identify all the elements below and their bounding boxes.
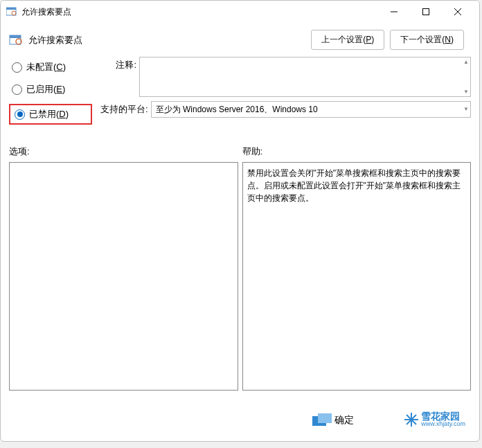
help-column: 帮助: 禁用此设置会关闭"开始"菜单搜索框和搜索主页中的搜索要点。启用或未配置此…: [242, 145, 472, 391]
help-label: 帮助:: [242, 145, 472, 158]
options-box: [9, 162, 238, 391]
titlebar: 允许搜索要点: [1, 1, 479, 23]
close-button[interactable]: [442, 1, 474, 22]
watermark-text: 雪花家园: [421, 411, 465, 421]
app-icon: [6, 6, 17, 17]
svg-rect-8: [10, 35, 21, 38]
watermark: 雪花家园 www.xhjaty.com: [404, 411, 465, 427]
platform-field: 至少为 Windows Server 2016、Windows 10: [151, 101, 471, 118]
window-controls: [378, 1, 474, 22]
policy-editor-window: 允许搜索要点 允许搜索要点 上一个设置(P) 下一个设置(N): [0, 0, 480, 442]
policy-icon: [9, 33, 23, 47]
header-row: 允许搜索要点 上一个设置(P) 下一个设置(N): [1, 23, 479, 57]
radio-label-disabled: 已禁用(D): [29, 108, 69, 120]
prev-setting-button[interactable]: 上一个设置(P): [311, 30, 384, 50]
notes-label: 注释:: [100, 57, 136, 71]
radio-enabled[interactable]: 已启用(E): [9, 82, 92, 97]
minimize-button[interactable]: [378, 1, 410, 22]
radio-icon-selected: [15, 109, 25, 120]
ok-text[interactable]: 确定: [334, 414, 354, 427]
nav-buttons: 上一个设置(P) 下一个设置(N): [311, 30, 464, 50]
bottom-section: 选项: 帮助: 禁用此设置会关闭"开始"菜单搜索框和搜索主页中的搜索要点。启用或…: [1, 125, 479, 399]
radio-icon: [12, 62, 22, 73]
maximize-button[interactable]: [410, 1, 442, 22]
platform-row: 支持的平台: 至少为 Windows Server 2016、Windows 1…: [100, 101, 471, 118]
radio-icon: [12, 84, 22, 95]
ok-button-area: 确定: [312, 413, 354, 427]
radio-unconfigured[interactable]: 未配置(C): [9, 60, 92, 75]
radio-disabled[interactable]: 已禁用(D): [9, 104, 92, 125]
snowflake-icon: [404, 413, 418, 427]
state-radio-group: 未配置(C) 已启用(E) 已禁用(D): [9, 57, 92, 125]
notes-textarea[interactable]: [139, 57, 471, 97]
form-area: 注释: 支持的平台: 至少为 Windows Server 2016、Windo…: [100, 57, 471, 125]
notes-row: 注释:: [100, 57, 471, 97]
watermark-url: www.xhjaty.com: [421, 421, 465, 427]
main-content: 未配置(C) 已启用(E) 已禁用(D) 注释: 支持的平台: 至少为 Wind…: [1, 57, 479, 125]
svg-rect-4: [423, 9, 429, 15]
platform-label: 支持的平台:: [100, 101, 148, 116]
options-label: 选项:: [9, 145, 238, 158]
window-title: 允许搜索要点: [21, 6, 378, 18]
next-setting-button[interactable]: 下一个设置(N): [390, 30, 464, 50]
options-column: 选项:: [9, 145, 238, 391]
radio-label-unconfigured: 未配置(C): [26, 61, 66, 73]
svg-rect-1: [6, 8, 16, 10]
policy-name: 允许搜索要点: [28, 34, 305, 46]
svg-rect-11: [318, 413, 332, 423]
help-box: 禁用此设置会关闭"开始"菜单搜索框和搜索主页中的搜索要点。启用或未配置此设置会打…: [242, 162, 472, 391]
radio-label-enabled: 已启用(E): [26, 83, 65, 96]
logo-icon: [312, 413, 332, 427]
